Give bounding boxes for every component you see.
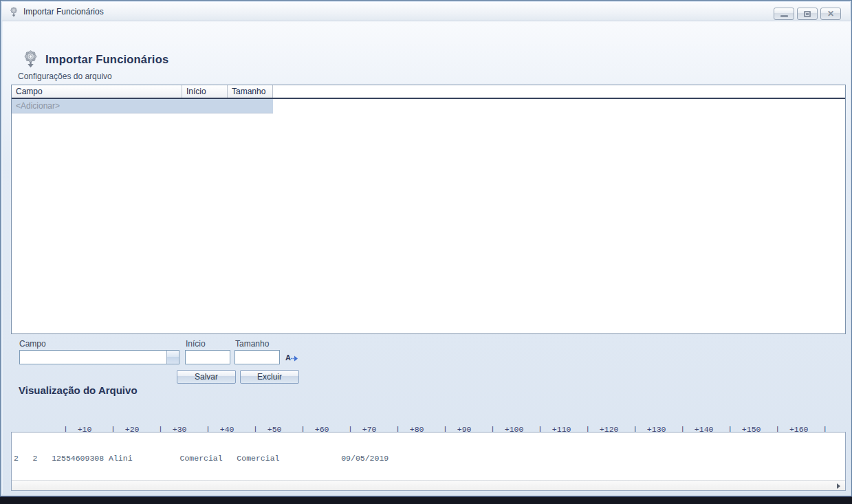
- preview-heading: Visualização do Arquivo: [19, 384, 138, 396]
- grid-header: Campo Início Tamanho: [12, 85, 845, 99]
- inicio-label: Início: [186, 339, 206, 349]
- titlebar[interactable]: Importar Funcionários ✕: [2, 2, 850, 21]
- campo-dropdown-button[interactable]: [166, 351, 179, 364]
- grid-add-row[interactable]: <Adicionar>: [12, 99, 273, 113]
- grid-column-tamanho[interactable]: Tamanho: [228, 85, 273, 98]
- import-gear-icon: [21, 50, 40, 68]
- minimize-icon: [780, 15, 788, 17]
- maximize-button[interactable]: [797, 8, 818, 20]
- page-title: Importar Funcionários: [45, 53, 168, 66]
- salvar-button[interactable]: Salvar: [177, 370, 236, 384]
- grid-column-inicio[interactable]: Início: [182, 85, 228, 98]
- restore-icon: [804, 11, 811, 17]
- inicio-input[interactable]: [185, 350, 230, 364]
- taskbar-strip: [0, 496, 852, 504]
- app-icon: [8, 6, 19, 17]
- auto-size-icon[interactable]: A: [285, 353, 301, 363]
- minimize-button[interactable]: [774, 8, 794, 20]
- file-preview-text: 2 2 12554609308 Alini Comercial Comercia…: [12, 432, 845, 480]
- campo-label: Campo: [19, 339, 46, 349]
- app-window: Importar Funcionários ✕ Importar Funcion…: [0, 0, 852, 496]
- file-preview-box[interactable]: 2 2 12554609308 Alini Comercial Comercia…: [11, 432, 846, 491]
- campo-combobox[interactable]: [19, 350, 179, 364]
- close-button[interactable]: ✕: [820, 8, 841, 20]
- campo-combobox-input[interactable]: [20, 351, 166, 364]
- config-grid[interactable]: Campo Início Tamanho <Adicionar>: [11, 85, 846, 334]
- scroll-right-arrow-icon[interactable]: [837, 483, 840, 489]
- tamanho-label: Tamanho: [235, 339, 269, 349]
- dialog-content: Importar Funcionários Configurações do a…: [3, 21, 851, 495]
- excluir-button[interactable]: Excluir: [240, 370, 299, 384]
- window-title: Importar Funcionários: [23, 7, 104, 17]
- config-section-label: Configurações do arquivo: [18, 72, 112, 81]
- preview-row: 2 2 12554609308 Alini Comercial Comercia…: [14, 454, 845, 463]
- tamanho-input[interactable]: [234, 350, 280, 364]
- horizontal-scrollbar[interactable]: [12, 480, 845, 490]
- grid-column-campo[interactable]: Campo: [12, 85, 182, 98]
- close-icon: ✕: [827, 10, 834, 18]
